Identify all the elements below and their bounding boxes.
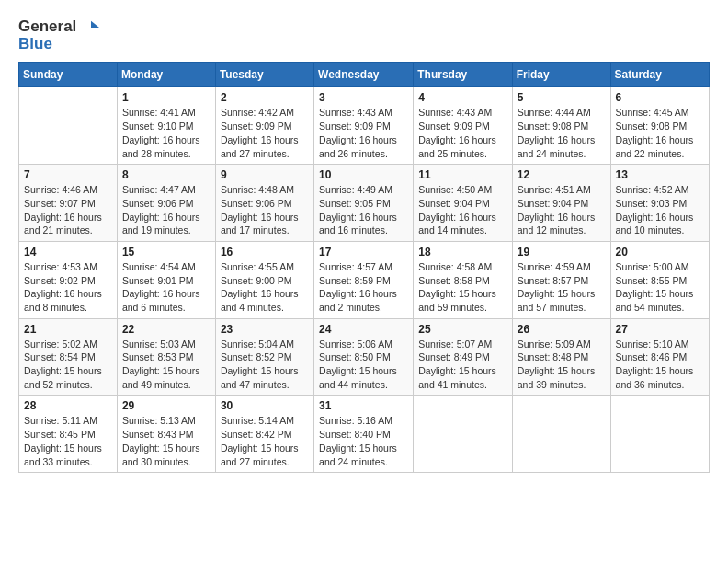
day-info: Sunrise: 4:59 AM Sunset: 8:57 PM Dayligh… (518, 260, 606, 315)
day-info: Sunrise: 5:13 AM Sunset: 8:43 PM Dayligh… (122, 414, 210, 468)
day-info: Sunrise: 4:58 AM Sunset: 8:58 PM Dayligh… (418, 260, 506, 315)
day-info: Sunrise: 5:10 AM Sunset: 8:46 PM Dayligh… (616, 338, 704, 392)
day-header-monday: Monday (117, 63, 215, 87)
day-info: Sunrise: 5:11 AM Sunset: 8:45 PM Dayligh… (24, 414, 112, 468)
day-info: Sunrise: 4:47 AM Sunset: 9:06 PM Dayligh… (122, 183, 210, 237)
calendar-cell: 11Sunrise: 4:50 AM Sunset: 9:04 PM Dayli… (414, 165, 512, 242)
calendar-cell: 21Sunrise: 5:02 AM Sunset: 8:54 PM Dayli… (19, 318, 118, 396)
day-number: 17 (319, 246, 408, 259)
calendar-cell: 28Sunrise: 5:11 AM Sunset: 8:45 PM Dayli… (19, 396, 118, 473)
day-info: Sunrise: 5:03 AM Sunset: 8:53 PM Dayligh… (122, 338, 210, 392)
day-number: 4 (418, 91, 506, 104)
day-info: Sunrise: 4:41 AM Sunset: 9:10 PM Dayligh… (122, 106, 210, 160)
day-number: 19 (518, 246, 606, 259)
calendar-cell: 22Sunrise: 5:03 AM Sunset: 8:53 PM Dayli… (117, 318, 215, 396)
day-number: 20 (616, 246, 704, 259)
day-header-sunday: Sunday (19, 63, 118, 87)
calendar-cell: 6Sunrise: 4:45 AM Sunset: 9:08 PM Daylig… (610, 87, 709, 165)
day-info: Sunrise: 5:14 AM Sunset: 8:42 PM Dayligh… (221, 414, 309, 468)
calendar-cell: 14Sunrise: 4:53 AM Sunset: 9:02 PM Dayli… (19, 241, 118, 318)
calendar-cell: 8Sunrise: 4:47 AM Sunset: 9:06 PM Daylig… (117, 165, 215, 242)
day-info: Sunrise: 5:04 AM Sunset: 8:52 PM Dayligh… (221, 338, 309, 392)
calendar-cell: 27Sunrise: 5:10 AM Sunset: 8:46 PM Dayli… (610, 318, 709, 396)
day-info: Sunrise: 4:54 AM Sunset: 9:01 PM Dayligh… (122, 260, 210, 315)
calendar-cell (512, 396, 610, 473)
day-info: Sunrise: 4:43 AM Sunset: 9:09 PM Dayligh… (319, 106, 408, 160)
day-info: Sunrise: 4:49 AM Sunset: 9:05 PM Dayligh… (319, 183, 408, 237)
day-info: Sunrise: 4:42 AM Sunset: 9:09 PM Dayligh… (221, 106, 309, 160)
day-number: 27 (616, 323, 704, 336)
calendar-cell: 20Sunrise: 5:00 AM Sunset: 8:55 PM Dayli… (610, 241, 709, 318)
day-number: 16 (221, 246, 309, 259)
calendar-cell: 5Sunrise: 4:44 AM Sunset: 9:08 PM Daylig… (512, 87, 610, 165)
calendar-cell: 18Sunrise: 4:58 AM Sunset: 8:58 PM Dayli… (414, 241, 512, 318)
day-info: Sunrise: 4:44 AM Sunset: 9:08 PM Dayligh… (518, 106, 606, 160)
calendar-cell: 15Sunrise: 4:54 AM Sunset: 9:01 PM Dayli… (117, 241, 215, 318)
calendar-cell: 2Sunrise: 4:42 AM Sunset: 9:09 PM Daylig… (215, 87, 313, 165)
day-number: 31 (319, 399, 408, 412)
calendar-cell: 17Sunrise: 4:57 AM Sunset: 8:59 PM Dayli… (314, 241, 414, 318)
day-number: 30 (221, 399, 309, 412)
day-info: Sunrise: 4:51 AM Sunset: 9:04 PM Dayligh… (518, 183, 606, 237)
day-info: Sunrise: 4:52 AM Sunset: 9:03 PM Dayligh… (616, 183, 704, 237)
day-number: 29 (122, 399, 210, 412)
calendar-cell: 7Sunrise: 4:46 AM Sunset: 9:07 PM Daylig… (19, 165, 118, 242)
day-number: 11 (418, 168, 506, 181)
day-number: 1 (122, 91, 210, 104)
day-number: 13 (616, 168, 704, 181)
day-info: Sunrise: 5:07 AM Sunset: 8:49 PM Dayligh… (418, 338, 506, 392)
day-info: Sunrise: 4:43 AM Sunset: 9:09 PM Dayligh… (418, 106, 506, 160)
logo-bird-icon (83, 19, 99, 36)
day-header-saturday: Saturday (610, 63, 709, 87)
day-number: 2 (221, 91, 309, 104)
calendar-cell: 13Sunrise: 4:52 AM Sunset: 9:03 PM Dayli… (610, 165, 709, 242)
day-number: 24 (319, 323, 408, 336)
calendar-cell: 1Sunrise: 4:41 AM Sunset: 9:10 PM Daylig… (117, 87, 215, 165)
day-number: 21 (24, 323, 112, 336)
day-info: Sunrise: 4:46 AM Sunset: 9:07 PM Dayligh… (24, 183, 112, 237)
calendar-cell: 23Sunrise: 5:04 AM Sunset: 8:52 PM Dayli… (215, 318, 313, 396)
calendar-cell: 4Sunrise: 4:43 AM Sunset: 9:09 PM Daylig… (414, 87, 512, 165)
day-info: Sunrise: 4:53 AM Sunset: 9:02 PM Dayligh… (24, 260, 112, 315)
calendar-cell: 12Sunrise: 4:51 AM Sunset: 9:04 PM Dayli… (512, 165, 610, 242)
calendar-cell: 25Sunrise: 5:07 AM Sunset: 8:49 PM Dayli… (414, 318, 512, 396)
calendar-cell: 19Sunrise: 4:59 AM Sunset: 8:57 PM Dayli… (512, 241, 610, 318)
day-number: 22 (122, 323, 210, 336)
day-number: 3 (319, 91, 408, 104)
day-info: Sunrise: 4:55 AM Sunset: 9:00 PM Dayligh… (221, 260, 309, 315)
day-number: 7 (24, 168, 112, 181)
calendar-cell: 29Sunrise: 5:13 AM Sunset: 8:43 PM Dayli… (117, 396, 215, 473)
day-header-tuesday: Tuesday (215, 63, 313, 87)
day-number: 26 (518, 323, 606, 336)
day-info: Sunrise: 5:02 AM Sunset: 8:54 PM Dayligh… (24, 338, 112, 392)
day-header-thursday: Thursday (414, 63, 512, 87)
day-number: 14 (24, 246, 112, 259)
page-header: General Blue (18, 18, 710, 52)
logo-text: General Blue (18, 18, 99, 52)
logo: General Blue (18, 18, 99, 52)
day-info: Sunrise: 4:48 AM Sunset: 9:06 PM Dayligh… (221, 183, 309, 237)
day-number: 9 (221, 168, 309, 181)
calendar-cell: 16Sunrise: 4:55 AM Sunset: 9:00 PM Dayli… (215, 241, 313, 318)
day-number: 18 (418, 246, 506, 259)
calendar-cell (414, 396, 512, 473)
calendar-cell: 31Sunrise: 5:16 AM Sunset: 8:40 PM Dayli… (314, 396, 414, 473)
calendar-cell: 30Sunrise: 5:14 AM Sunset: 8:42 PM Dayli… (215, 396, 313, 473)
day-number: 12 (518, 168, 606, 181)
calendar-cell (610, 396, 709, 473)
svg-marker-0 (91, 21, 99, 28)
day-info: Sunrise: 4:57 AM Sunset: 8:59 PM Dayligh… (319, 260, 408, 315)
day-info: Sunrise: 5:09 AM Sunset: 8:48 PM Dayligh… (518, 338, 606, 392)
day-number: 5 (518, 91, 606, 104)
calendar-cell: 10Sunrise: 4:49 AM Sunset: 9:05 PM Dayli… (314, 165, 414, 242)
day-number: 6 (616, 91, 704, 104)
day-header-wednesday: Wednesday (314, 63, 414, 87)
day-info: Sunrise: 4:50 AM Sunset: 9:04 PM Dayligh… (418, 183, 506, 237)
calendar-cell: 26Sunrise: 5:09 AM Sunset: 8:48 PM Dayli… (512, 318, 610, 396)
day-number: 15 (122, 246, 210, 259)
day-number: 8 (122, 168, 210, 181)
calendar-cell: 9Sunrise: 4:48 AM Sunset: 9:06 PM Daylig… (215, 165, 313, 242)
day-number: 23 (221, 323, 309, 336)
day-info: Sunrise: 4:45 AM Sunset: 9:08 PM Dayligh… (616, 106, 704, 160)
day-header-friday: Friday (512, 63, 610, 87)
